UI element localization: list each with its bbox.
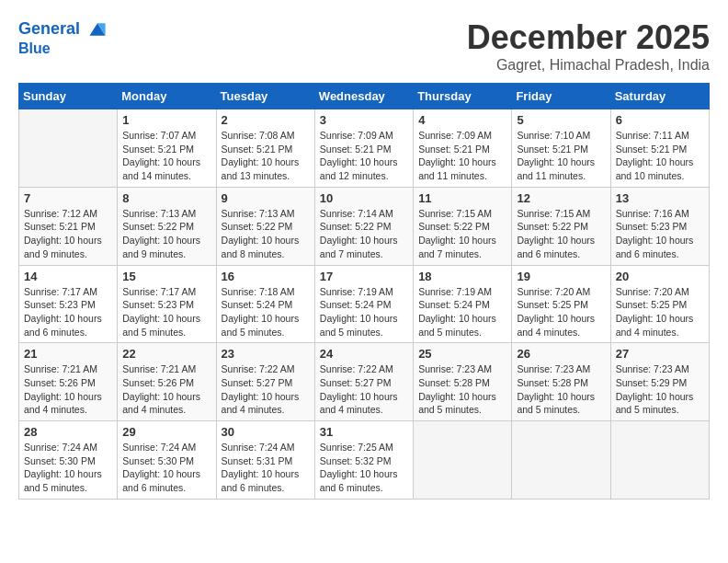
- day-info: Sunrise: 7:08 AMSunset: 5:21 PMDaylight:…: [222, 129, 310, 183]
- day-number: 18: [418, 270, 506, 283]
- day-number: 4: [418, 113, 506, 127]
- calendar-cell: 22Sunrise: 7:21 AMSunset: 5:26 PMDayligh…: [118, 343, 216, 421]
- calendar-cell: 19Sunrise: 7:20 AMSunset: 5:25 PMDayligh…: [512, 265, 610, 343]
- calendar-cell: [414, 421, 512, 500]
- logo-text: General: [18, 18, 108, 40]
- day-info: Sunrise: 7:13 AMSunset: 5:22 PMDaylight:…: [222, 207, 310, 261]
- day-number: 21: [24, 347, 112, 361]
- calendar-week-4: 21Sunrise: 7:21 AMSunset: 5:26 PMDayligh…: [19, 343, 710, 421]
- day-info: Sunrise: 7:23 AMSunset: 5:28 PMDaylight:…: [418, 362, 506, 417]
- day-info: Sunrise: 7:16 AMSunset: 5:23 PMDaylight:…: [616, 207, 704, 261]
- day-number: 3: [320, 113, 408, 127]
- calendar-cell: 5Sunrise: 7:10 AMSunset: 5:21 PMDaylight…: [512, 109, 610, 188]
- calendar-cell: 4Sunrise: 7:09 AMSunset: 5:21 PMDaylight…: [414, 109, 512, 188]
- day-info: Sunrise: 7:07 AMSunset: 5:21 PMDaylight:…: [122, 129, 210, 183]
- day-info: Sunrise: 7:15 AMSunset: 5:22 PMDaylight:…: [517, 207, 605, 261]
- location: Gagret, Himachal Pradesh, India: [467, 57, 710, 74]
- calendar-table: SundayMondayTuesdayWednesdayThursdayFrid…: [18, 83, 710, 500]
- weekday-header-monday: Monday: [118, 84, 216, 109]
- day-info: Sunrise: 7:22 AMSunset: 5:27 PMDaylight:…: [222, 362, 310, 417]
- day-info: Sunrise: 7:18 AMSunset: 5:24 PMDaylight:…: [222, 285, 310, 339]
- calendar-cell: 11Sunrise: 7:15 AMSunset: 5:22 PMDayligh…: [414, 187, 512, 265]
- calendar-cell: 9Sunrise: 7:13 AMSunset: 5:22 PMDaylight…: [216, 187, 314, 265]
- calendar-cell: 17Sunrise: 7:19 AMSunset: 5:24 PMDayligh…: [314, 265, 413, 343]
- day-info: Sunrise: 7:09 AMSunset: 5:21 PMDaylight:…: [320, 129, 408, 183]
- weekday-header-sunday: Sunday: [19, 84, 118, 109]
- weekday-header-tuesday: Tuesday: [216, 84, 314, 109]
- day-number: 13: [616, 191, 704, 205]
- day-info: Sunrise: 7:20 AMSunset: 5:25 PMDaylight:…: [517, 285, 605, 339]
- day-info: Sunrise: 7:10 AMSunset: 5:21 PMDaylight:…: [517, 129, 605, 183]
- calendar-cell: [19, 109, 118, 188]
- calendar-cell: 30Sunrise: 7:24 AMSunset: 5:31 PMDayligh…: [216, 421, 314, 500]
- logo: General Blue: [18, 18, 108, 57]
- weekday-header-wednesday: Wednesday: [314, 84, 413, 109]
- calendar-cell: [512, 421, 610, 500]
- calendar-cell: 31Sunrise: 7:25 AMSunset: 5:32 PMDayligh…: [314, 421, 413, 500]
- day-number: 14: [24, 270, 112, 283]
- calendar-cell: 1Sunrise: 7:07 AMSunset: 5:21 PMDaylight…: [118, 109, 216, 188]
- calendar-cell: 2Sunrise: 7:08 AMSunset: 5:21 PMDaylight…: [216, 109, 314, 188]
- day-number: 28: [24, 425, 112, 439]
- day-number: 16: [222, 270, 310, 283]
- calendar-cell: 29Sunrise: 7:24 AMSunset: 5:30 PMDayligh…: [118, 421, 216, 500]
- calendar-cell: [610, 421, 709, 500]
- day-info: Sunrise: 7:21 AMSunset: 5:26 PMDaylight:…: [24, 362, 112, 417]
- day-number: 6: [616, 113, 704, 127]
- day-info: Sunrise: 7:17 AMSunset: 5:23 PMDaylight:…: [24, 285, 112, 339]
- calendar-cell: 18Sunrise: 7:19 AMSunset: 5:24 PMDayligh…: [414, 265, 512, 343]
- weekday-header-friday: Friday: [512, 84, 610, 109]
- title-block: December 2025 Gagret, Himachal Pradesh, …: [467, 18, 710, 74]
- day-number: 20: [616, 270, 704, 283]
- calendar-cell: 26Sunrise: 7:23 AMSunset: 5:28 PMDayligh…: [512, 343, 610, 421]
- day-number: 5: [517, 113, 605, 127]
- calendar-cell: 24Sunrise: 7:22 AMSunset: 5:27 PMDayligh…: [314, 343, 413, 421]
- page-header: General Blue December 2025 Gagret, Himac…: [18, 18, 710, 74]
- day-info: Sunrise: 7:17 AMSunset: 5:23 PMDaylight:…: [122, 285, 210, 339]
- day-number: 8: [122, 191, 210, 205]
- day-info: Sunrise: 7:24 AMSunset: 5:30 PMDaylight:…: [122, 441, 210, 495]
- day-number: 17: [320, 270, 408, 283]
- day-info: Sunrise: 7:23 AMSunset: 5:29 PMDaylight:…: [616, 362, 704, 417]
- calendar-cell: 15Sunrise: 7:17 AMSunset: 5:23 PMDayligh…: [118, 265, 216, 343]
- weekday-header-row: SundayMondayTuesdayWednesdayThursdayFrid…: [19, 84, 710, 109]
- day-info: Sunrise: 7:09 AMSunset: 5:21 PMDaylight:…: [418, 129, 506, 183]
- day-info: Sunrise: 7:11 AMSunset: 5:21 PMDaylight:…: [616, 129, 704, 183]
- day-info: Sunrise: 7:24 AMSunset: 5:30 PMDaylight:…: [24, 441, 112, 495]
- day-number: 9: [222, 191, 310, 205]
- day-number: 11: [418, 191, 506, 205]
- calendar-cell: 10Sunrise: 7:14 AMSunset: 5:22 PMDayligh…: [314, 187, 413, 265]
- day-number: 12: [517, 191, 605, 205]
- calendar-cell: 25Sunrise: 7:23 AMSunset: 5:28 PMDayligh…: [414, 343, 512, 421]
- day-number: 23: [222, 347, 310, 361]
- day-info: Sunrise: 7:13 AMSunset: 5:22 PMDaylight:…: [122, 207, 210, 261]
- calendar-week-3: 14Sunrise: 7:17 AMSunset: 5:23 PMDayligh…: [19, 265, 710, 343]
- day-number: 19: [517, 270, 605, 283]
- day-number: 26: [517, 347, 605, 361]
- day-number: 15: [122, 270, 210, 283]
- day-number: 2: [222, 113, 310, 127]
- day-number: 7: [24, 191, 112, 205]
- weekday-header-thursday: Thursday: [414, 84, 512, 109]
- calendar-cell: 12Sunrise: 7:15 AMSunset: 5:22 PMDayligh…: [512, 187, 610, 265]
- calendar-cell: 27Sunrise: 7:23 AMSunset: 5:29 PMDayligh…: [610, 343, 709, 421]
- calendar-cell: 20Sunrise: 7:20 AMSunset: 5:25 PMDayligh…: [610, 265, 709, 343]
- day-info: Sunrise: 7:14 AMSunset: 5:22 PMDaylight:…: [320, 207, 408, 261]
- calendar-cell: 21Sunrise: 7:21 AMSunset: 5:26 PMDayligh…: [19, 343, 118, 421]
- day-number: 31: [320, 425, 408, 439]
- day-number: 1: [122, 113, 210, 127]
- calendar-cell: 6Sunrise: 7:11 AMSunset: 5:21 PMDaylight…: [610, 109, 709, 188]
- day-number: 10: [320, 191, 408, 205]
- day-info: Sunrise: 7:20 AMSunset: 5:25 PMDaylight:…: [616, 285, 704, 339]
- day-info: Sunrise: 7:22 AMSunset: 5:27 PMDaylight:…: [320, 362, 408, 417]
- calendar-week-1: 1Sunrise: 7:07 AMSunset: 5:21 PMDaylight…: [19, 109, 710, 188]
- weekday-header-saturday: Saturday: [610, 84, 709, 109]
- logo-blue: Blue: [18, 40, 108, 57]
- day-number: 30: [222, 425, 310, 439]
- day-info: Sunrise: 7:25 AMSunset: 5:32 PMDaylight:…: [320, 441, 408, 495]
- day-number: 27: [616, 347, 704, 361]
- day-number: 29: [122, 425, 210, 439]
- day-info: Sunrise: 7:19 AMSunset: 5:24 PMDaylight:…: [418, 285, 506, 339]
- day-info: Sunrise: 7:23 AMSunset: 5:28 PMDaylight:…: [517, 362, 605, 417]
- calendar-cell: 3Sunrise: 7:09 AMSunset: 5:21 PMDaylight…: [314, 109, 413, 188]
